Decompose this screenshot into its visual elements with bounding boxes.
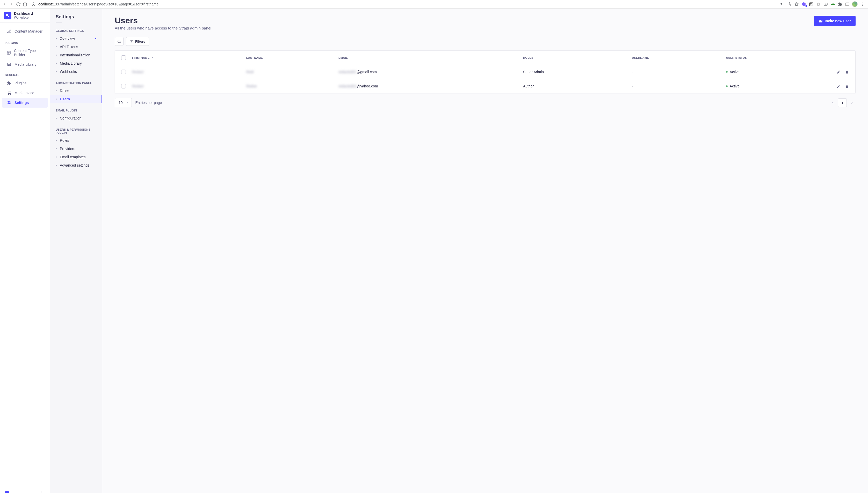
cell-roles: Author [523, 84, 534, 88]
nav-item-content-type-builder[interactable]: Content-Type Builder [2, 46, 48, 60]
share-icon[interactable] [787, 2, 792, 7]
settings-item-roles[interactable]: Roles [50, 136, 102, 145]
edit-row-button[interactable] [837, 84, 841, 88]
nav-footer [0, 488, 50, 493]
bullet-icon [56, 63, 57, 64]
browser-forward-button[interactable] [9, 2, 14, 7]
nav-item-media-library[interactable]: Media Library [2, 60, 48, 69]
svg-point-16 [862, 4, 863, 5]
settings-item-configuration[interactable]: Configuration [50, 114, 102, 122]
bullet-icon [56, 55, 57, 56]
svg-rect-13 [846, 3, 849, 5]
app-subtitle: Workplace [14, 16, 33, 19]
settings-item-overview[interactable]: Overview [50, 35, 102, 43]
browser-url-bar[interactable]: localhost:1337/admin/settings/users?page… [29, 1, 778, 8]
page-subtitle: All the users who have access to the Str… [115, 26, 211, 30]
pager-page-number[interactable]: 1 [838, 98, 847, 107]
settings-item-label: Users [60, 97, 70, 101]
nav-item-content-manager[interactable]: Content Manager [2, 26, 48, 36]
bullet-icon [56, 99, 57, 100]
svg-point-9 [825, 4, 826, 5]
extensions-menu-icon[interactable] [837, 2, 843, 7]
column-header-firstname[interactable]: Firstname [129, 51, 243, 65]
settings-item-label: Media Library [60, 61, 82, 65]
settings-item-email-templates[interactable]: Email templates [50, 153, 102, 161]
settings-item-webhooks[interactable]: Webhooks [50, 67, 102, 76]
extension-icon[interactable] [830, 2, 835, 7]
browser-home-button[interactable] [22, 2, 27, 7]
settings-item-label: Providers [60, 147, 75, 151]
settings-item-advanced-settings[interactable]: Advanced settings [50, 161, 102, 169]
bookmark-star-icon[interactable] [794, 2, 799, 7]
browser-back-button[interactable] [2, 2, 7, 7]
user-avatar-icon[interactable] [5, 491, 9, 493]
delete-row-button[interactable] [845, 70, 849, 74]
cell-status: Active [730, 84, 740, 88]
nav-item-plugins[interactable]: Plugins [2, 78, 48, 88]
column-header-lastname[interactable]: Lastname [243, 51, 335, 65]
settings-item-roles[interactable]: Roles [50, 87, 102, 95]
cell-username: - [632, 70, 633, 74]
settings-item-providers[interactable]: Providers [50, 145, 102, 153]
column-header-email[interactable]: Email [335, 51, 520, 65]
filters-button[interactable]: Filters [126, 37, 149, 46]
bullet-icon [56, 90, 57, 91]
page-size-value: 10 [119, 101, 123, 105]
pager-prev-button[interactable] [829, 99, 836, 106]
browser-actions: 8 [780, 1, 866, 7]
settings-item-label: Internationalization [60, 53, 90, 57]
bullet-icon [56, 71, 57, 72]
settings-group-label: Users & Permissions Plugin [50, 122, 102, 136]
cell-username: - [632, 84, 633, 88]
pager-next-button[interactable] [848, 99, 855, 106]
pencil-icon [837, 84, 841, 88]
collapse-nav-button[interactable] [41, 491, 45, 493]
search-icon [117, 40, 121, 43]
sort-caret-down-icon [152, 57, 154, 59]
column-header-status[interactable]: User Status [723, 51, 832, 65]
extension-icon[interactable] [823, 2, 828, 7]
cell-roles: Super Admin [523, 70, 544, 74]
settings-item-api-tokens[interactable]: API Tokens [50, 43, 102, 51]
extension-icon[interactable]: 8 [801, 2, 806, 7]
key-icon[interactable] [780, 2, 785, 7]
search-button[interactable] [115, 37, 123, 46]
settings-item-label: Advanced settings [60, 163, 89, 167]
edit-row-button[interactable] [837, 70, 841, 74]
app-logo [4, 12, 12, 19]
settings-item-label: API Tokens [60, 45, 78, 49]
page-size-select[interactable]: 10 [115, 98, 132, 107]
row-checkbox[interactable] [121, 84, 126, 88]
cart-icon [7, 90, 12, 95]
delete-row-button[interactable] [845, 84, 849, 88]
bullet-icon [56, 46, 57, 47]
table-row[interactable]: Redact Redoe redacted02@yahoo.com Author… [115, 79, 855, 93]
status-dot-icon [726, 71, 728, 73]
invite-user-button[interactable]: Invite new user [814, 16, 855, 26]
nav-item-label: Settings [15, 101, 29, 105]
settings-item-users[interactable]: Users [50, 95, 102, 103]
notification-dot-icon [95, 38, 96, 39]
nav-item-settings[interactable]: Settings [2, 98, 48, 108]
select-all-checkbox[interactable] [121, 55, 126, 60]
settings-item-media-library[interactable]: Media Library [50, 59, 102, 67]
nav-item-marketplace[interactable]: Marketplace [2, 88, 48, 98]
extension-icon[interactable] [808, 2, 814, 7]
browser-toolbar: localhost:1337/admin/settings/users?page… [0, 0, 868, 8]
side-panel-icon[interactable] [845, 2, 850, 7]
column-header-roles[interactable]: Roles [520, 51, 629, 65]
profile-avatar[interactable] [852, 1, 857, 7]
trash-icon [845, 84, 849, 88]
nav-item-label: Plugins [15, 81, 26, 85]
extension-icon[interactable] [816, 2, 821, 7]
column-header-username[interactable]: Username [629, 51, 723, 65]
settings-item-internationalization[interactable]: Internationalization [50, 51, 102, 59]
svg-rect-6 [810, 3, 812, 5]
browser-reload-button[interactable] [16, 2, 21, 7]
table-row[interactable]: Redact Redi redacted01@gmail.com Super A… [115, 65, 855, 79]
nav-header[interactable]: Dashboard Workplace [0, 8, 50, 23]
browser-menu-icon[interactable] [860, 2, 865, 7]
row-checkbox[interactable] [121, 69, 126, 74]
caret-down-icon [126, 101, 129, 104]
svg-marker-4 [795, 2, 798, 6]
